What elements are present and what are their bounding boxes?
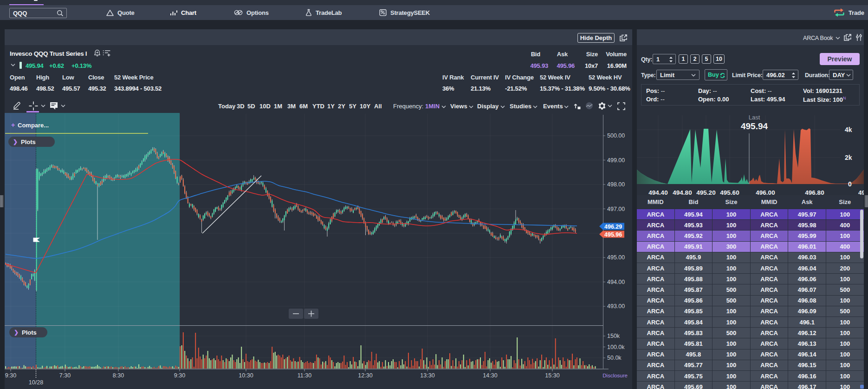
svg-text:499.00: 499.00 [607, 157, 625, 164]
svg-text:498.00: 498.00 [607, 181, 625, 188]
svg-text:Last: Last [749, 114, 760, 121]
svg-text:495.96: 495.96 [604, 231, 622, 238]
svg-text:493.00: 493.00 [607, 303, 625, 310]
svg-text:496.29: 496.29 [604, 224, 622, 230]
svg-text:495.00: 495.00 [607, 254, 625, 261]
svg-text:13:30: 13:30 [420, 372, 434, 379]
svg-text:4k: 4k [845, 126, 852, 133]
svg-text:10:30: 10:30 [239, 372, 253, 379]
svg-text:500.00: 500.00 [607, 132, 625, 139]
svg-text:11:30: 11:30 [298, 372, 311, 379]
svg-text:Disclosure: Disclosure [602, 373, 628, 378]
svg-text:12:30: 12:30 [358, 372, 372, 379]
svg-text:495.94: 495.94 [741, 121, 768, 131]
svg-text:15:30: 15:30 [545, 372, 559, 379]
svg-text:2k: 2k [845, 154, 852, 161]
svg-text:0: 0 [848, 180, 852, 188]
svg-text:100.0k: 100.0k [607, 344, 625, 350]
svg-text:10/28: 10/28 [29, 379, 43, 386]
svg-text:9:30: 9:30 [5, 372, 16, 379]
svg-text:14:30: 14:30 [483, 372, 497, 379]
svg-text:8:30: 8:30 [113, 372, 124, 379]
svg-text:497.00: 497.00 [607, 206, 625, 212]
svg-text:7:30: 7:30 [59, 372, 71, 379]
svg-text:50.0k: 50.0k [607, 355, 622, 361]
svg-text:494.00: 494.00 [607, 279, 625, 285]
svg-text:150k: 150k [607, 333, 620, 339]
svg-text:9:30: 9:30 [174, 372, 185, 379]
